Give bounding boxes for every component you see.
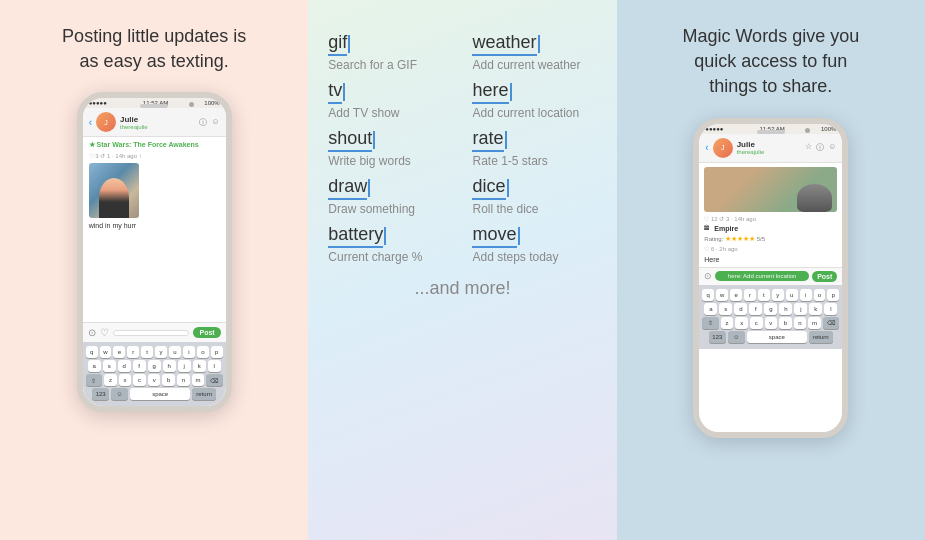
cursor-draw: [368, 179, 370, 197]
rkey-w[interactable]: w: [716, 289, 728, 301]
rkey-q[interactable]: q: [702, 289, 714, 301]
key-o[interactable]: o: [197, 346, 209, 358]
magic-word-text-shout: shout: [328, 128, 372, 152]
rkey-u[interactable]: u: [786, 289, 798, 301]
key-n[interactable]: n: [177, 374, 190, 386]
key-w[interactable]: w: [100, 346, 112, 358]
keyboard-row-2: a s d f g h j k l: [86, 360, 223, 372]
key-shift[interactable]: ⇧: [86, 374, 102, 386]
key-f[interactable]: f: [133, 360, 146, 372]
key-space[interactable]: space: [130, 388, 190, 400]
magic-word-text-here: here: [472, 80, 508, 104]
key-emoji[interactable]: ☺: [111, 388, 128, 400]
right-info-icon[interactable]: ⓘ: [816, 142, 824, 153]
chat-back[interactable]: ‹: [89, 117, 92, 128]
rkey-a[interactable]: a: [704, 303, 717, 315]
key-e[interactable]: e: [113, 346, 125, 358]
rkey-s[interactable]: s: [719, 303, 732, 315]
chat-input-field[interactable]: [113, 330, 190, 336]
rkey-e[interactable]: e: [730, 289, 742, 301]
post-button[interactable]: Post: [193, 327, 220, 338]
rkey-z[interactable]: z: [721, 317, 734, 329]
key-m[interactable]: m: [192, 374, 205, 386]
rkey-x[interactable]: x: [735, 317, 748, 329]
key-num[interactable]: 123: [92, 388, 109, 400]
key-z[interactable]: z: [104, 374, 117, 386]
empire-icon: 🏛: [704, 225, 710, 231]
key-return[interactable]: return: [192, 388, 216, 400]
key-q[interactable]: q: [86, 346, 98, 358]
key-d[interactable]: d: [118, 360, 131, 372]
key-l[interactable]: l: [208, 360, 221, 372]
key-c[interactable]: c: [133, 374, 146, 386]
key-p[interactable]: p: [211, 346, 223, 358]
key-i[interactable]: i: [183, 346, 195, 358]
camera-icon[interactable]: ⊙: [88, 327, 96, 338]
rkey-v[interactable]: v: [765, 317, 778, 329]
rkey-g[interactable]: g: [764, 303, 777, 315]
key-delete[interactable]: ⌫: [206, 374, 222, 386]
rkey-r[interactable]: r: [744, 289, 756, 301]
key-j[interactable]: j: [178, 360, 191, 372]
rating-label: Rating: ★★★★★ 5/5: [704, 235, 837, 243]
rkey-k[interactable]: k: [809, 303, 822, 315]
person-shape: [99, 178, 129, 218]
right-keyboard: q w e r t y u i o p a s d f g h: [699, 285, 842, 349]
rkey-d[interactable]: d: [734, 303, 747, 315]
rkey-f[interactable]: f: [749, 303, 762, 315]
right-keyboard-row-3: ⇧ z x c v b n m ⌫: [702, 317, 839, 329]
key-k[interactable]: k: [193, 360, 206, 372]
cursor-move: [518, 227, 520, 245]
cursor-here: [510, 83, 512, 101]
rkey-h[interactable]: h: [779, 303, 792, 315]
cursor-rate: [505, 131, 507, 149]
right-chat-back[interactable]: ‹: [705, 142, 708, 153]
key-h[interactable]: h: [163, 360, 176, 372]
emoji-icon[interactable]: ☺: [211, 117, 219, 128]
rkey-num[interactable]: 123: [709, 331, 726, 343]
right-emoji-icon[interactable]: ☺: [828, 142, 836, 153]
key-g[interactable]: g: [148, 360, 161, 372]
post-image: [89, 163, 139, 218]
right-star-icon[interactable]: ☆: [805, 142, 812, 153]
rkey-b[interactable]: b: [779, 317, 792, 329]
lightbulb-icon[interactable]: ♡: [100, 327, 109, 338]
key-x[interactable]: x: [119, 374, 132, 386]
rkey-p[interactable]: p: [827, 289, 839, 301]
key-t[interactable]: t: [141, 346, 153, 358]
battery: 100%: [204, 100, 219, 106]
rkey-emoji[interactable]: ☺: [728, 331, 745, 343]
rkey-m[interactable]: m: [808, 317, 821, 329]
rkey-shift[interactable]: ⇧: [702, 317, 718, 329]
key-s[interactable]: s: [103, 360, 116, 372]
magic-word-text-battery: battery: [328, 224, 383, 248]
rkey-y[interactable]: y: [772, 289, 784, 301]
rkey-j[interactable]: j: [794, 303, 807, 315]
right-chat-icons: ☆ ⓘ ☺: [805, 142, 836, 153]
right-post-button[interactable]: Post: [812, 271, 837, 282]
rkey-i[interactable]: i: [800, 289, 812, 301]
rkey-space[interactable]: space: [747, 331, 807, 343]
info-icon[interactable]: ⓘ: [199, 117, 207, 128]
right-phone: ●●●●● 11:52 AM 100% ‹ J Julie thereajuli…: [693, 118, 848, 438]
key-u[interactable]: u: [169, 346, 181, 358]
right-magic-pill[interactable]: here: Add current location: [715, 271, 809, 281]
rkey-c[interactable]: c: [750, 317, 763, 329]
rkey-l[interactable]: l: [824, 303, 837, 315]
key-b[interactable]: b: [162, 374, 175, 386]
chat-name: Julie: [120, 115, 148, 124]
right-camera-icon[interactable]: ⊙: [704, 271, 712, 281]
post-title: ★ Star Wars: The Force Awakens: [89, 141, 220, 149]
rkey-t[interactable]: t: [758, 289, 770, 301]
key-r[interactable]: r: [127, 346, 139, 358]
key-y[interactable]: y: [155, 346, 167, 358]
cursor-battery: [384, 227, 386, 245]
rkey-n[interactable]: n: [794, 317, 807, 329]
key-a[interactable]: a: [88, 360, 101, 372]
magic-word-tag-tv: tv: [328, 80, 452, 106]
rkey-return[interactable]: return: [809, 331, 833, 343]
magic-word-item-gif: gif Search for a GIF: [328, 32, 452, 72]
rkey-delete[interactable]: ⌫: [823, 317, 839, 329]
rkey-o[interactable]: o: [814, 289, 826, 301]
key-v[interactable]: v: [148, 374, 161, 386]
